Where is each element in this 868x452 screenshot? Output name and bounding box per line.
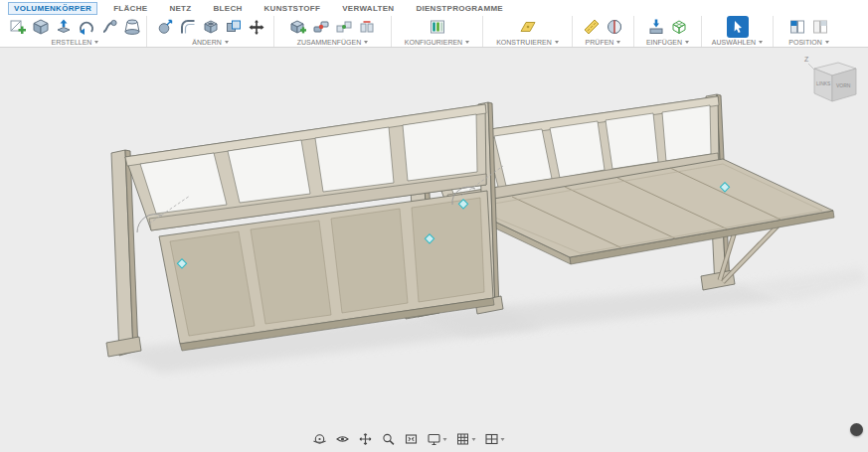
pruefen-label: PRÜFEN [586, 39, 614, 46]
position-menu[interactable]: POSITION [788, 39, 828, 46]
viewcube[interactable]: Z LINKS VORN [798, 52, 862, 109]
press-pull-button[interactable] [155, 17, 175, 37]
box-primitive-button[interactable] [31, 17, 51, 37]
insert-mesh-button[interactable] [669, 17, 689, 37]
create-sketch-icon [9, 18, 27, 36]
pan-button[interactable] [358, 431, 374, 447]
chevron-down-icon [364, 41, 368, 44]
rigid-group-icon [358, 18, 376, 36]
ribbon: ERSTELLEN [0, 15, 868, 47]
loft-button[interactable] [122, 17, 142, 37]
tab-verwalten[interactable]: VERWALTEN [336, 2, 400, 15]
tab-volumenkoerper[interactable]: VOLUMENKÖRPER [8, 2, 97, 15]
revert-position-button[interactable] [810, 17, 830, 37]
revolve-icon [78, 18, 95, 36]
select-button[interactable] [727, 16, 749, 38]
section-analysis-icon [606, 18, 623, 36]
chevron-down-icon [685, 41, 689, 44]
tab-blech[interactable]: BLECH [207, 2, 248, 15]
chevron-down-icon [465, 41, 469, 44]
konstruieren-menu[interactable]: KONSTRUIEREN [496, 39, 559, 46]
group-pruefen: PRÜFEN [572, 16, 633, 47]
chevron-down-icon [472, 438, 476, 441]
press-pull-icon [156, 18, 174, 36]
chevron-down-icon [555, 41, 559, 44]
tab-kunststoff[interactable]: KUNSTSTOFF [259, 2, 327, 15]
tab-dienstprogramme[interactable]: DIENSTPROGRAMME [410, 2, 509, 15]
joint-button[interactable] [311, 17, 331, 37]
revolve-button[interactable] [77, 17, 96, 37]
pan-icon [359, 432, 373, 446]
capture-position-button[interactable] [787, 17, 807, 37]
measure-button[interactable] [582, 17, 602, 37]
box-primitive-icon [32, 18, 50, 36]
zoom-button[interactable] [381, 431, 397, 447]
fillet-button[interactable] [178, 17, 198, 37]
viewport-canvas[interactable]: Z LINKS VORN [0, 48, 868, 452]
chevron-down-icon [225, 41, 229, 44]
zoom-icon [382, 432, 396, 446]
group-konstruieren: KONSTRUIEREN [482, 16, 572, 47]
fillet-icon [179, 18, 197, 36]
model-viewport[interactable] [0, 48, 868, 452]
zusammenfuegen-label: ZUSAMMENFÜGEN [297, 39, 362, 46]
new-component-button[interactable] [288, 17, 308, 37]
orbit-button[interactable] [312, 431, 328, 447]
konfigurieren-label: KONFIGURIEREN [405, 39, 462, 46]
pruefen-menu[interactable]: PRÜFEN [586, 39, 621, 46]
tab-flaeche[interactable]: FLÄCHE [107, 2, 153, 15]
erstellen-menu[interactable]: ERSTELLEN [52, 39, 99, 46]
construction-plane-icon [519, 18, 537, 36]
group-position: POSITION [773, 16, 844, 47]
insert-derive-icon [647, 18, 665, 36]
configure-icon [429, 18, 446, 36]
einfuegen-menu[interactable]: EINFÜGEN [646, 39, 689, 46]
move-icon [248, 18, 265, 37]
fit-view-button[interactable] [404, 431, 420, 447]
chevron-down-icon [825, 41, 829, 44]
extrude-button[interactable] [54, 17, 74, 37]
tab-netz[interactable]: NETZ [163, 2, 197, 15]
combine-button[interactable] [224, 17, 244, 37]
extrude-icon [55, 18, 73, 36]
sweep-button[interactable] [99, 17, 119, 37]
display-settings-button[interactable] [427, 431, 448, 447]
toolbar: VOLUMENKÖRPER FLÄCHE NETZ BLECH KUNSTSTO… [0, 0, 868, 48]
aendern-menu[interactable]: ÄNDERN [192, 39, 229, 46]
configure-button[interactable] [428, 17, 447, 37]
grid-settings-button[interactable] [455, 431, 477, 447]
zusammenfuegen-menu[interactable]: ZUSAMMENFÜGEN [297, 39, 369, 46]
viewports-button[interactable] [484, 431, 506, 447]
einfuegen-label: EINFÜGEN [646, 39, 682, 46]
auswaehlen-menu[interactable]: AUSWÄHLEN [712, 39, 763, 46]
section-analysis-button[interactable] [605, 17, 624, 37]
combine-icon [225, 18, 243, 36]
group-konfigurieren: KONFIGURIEREN [391, 16, 482, 47]
measure-icon [583, 18, 601, 36]
group-erstellen: ERSTELLEN [4, 16, 146, 47]
fusion-window: VOLUMENKÖRPER FLÄCHE NETZ BLECH KUNSTSTO… [0, 0, 868, 452]
move-button[interactable] [247, 17, 266, 37]
look-at-icon [336, 432, 350, 446]
viewcube-front-label: VORN [836, 82, 851, 88]
as-built-joint-button[interactable] [334, 17, 354, 37]
new-component-icon [289, 18, 307, 36]
shell-button[interactable] [201, 17, 221, 37]
shell-icon [202, 18, 220, 36]
konstruieren-label: KONSTRUIEREN [496, 39, 552, 46]
rigid-group-button[interactable] [357, 17, 377, 37]
help-badge[interactable] [850, 423, 863, 436]
group-aendern: ÄNDERN [146, 16, 273, 47]
chevron-down-icon [759, 41, 763, 44]
create-sketch-button[interactable] [8, 17, 28, 37]
chevron-down-icon [443, 438, 447, 441]
construction-plane-button[interactable] [518, 17, 538, 37]
konfigurieren-menu[interactable]: KONFIGURIEREN [405, 39, 469, 46]
navigation-bar [312, 431, 506, 447]
display-settings-icon [428, 432, 441, 446]
workspace-tabs: VOLUMENKÖRPER FLÄCHE NETZ BLECH KUNSTSTO… [0, 0, 868, 15]
insert-derive-button[interactable] [646, 17, 666, 37]
look-at-button[interactable] [335, 431, 351, 447]
loft-icon [123, 18, 141, 36]
viewcube-z-axis-label: Z [804, 56, 809, 63]
